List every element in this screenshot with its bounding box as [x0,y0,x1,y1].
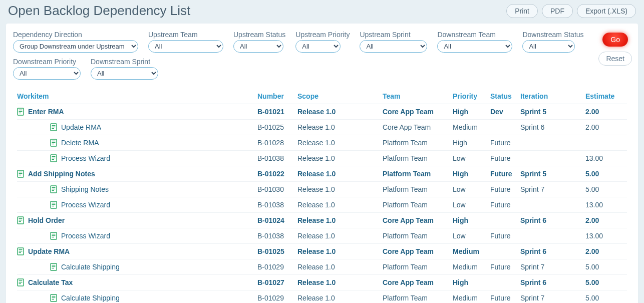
workitem-link[interactable]: Update RMA [28,247,70,255]
filter-upstream_sprint: Upstream SprintAll [360,31,427,53]
workitem-icon [50,123,57,131]
filter-select-upstream_sprint[interactable]: All [360,40,427,53]
cell-scope: Release 1.0 [297,201,383,209]
cell-estimate: 5.00 [585,278,620,286]
col-team[interactable]: Team [383,92,453,100]
cell-number: B-01024 [257,216,297,224]
cell-status: Future [490,201,520,209]
table-row: Calculate ShippingB-01029Release 1.0Plat… [17,259,627,275]
cell-number: B-01022 [257,170,297,178]
col-estimate[interactable]: Estimate [585,92,620,100]
workitem-link[interactable]: Shipping Notes [61,185,109,193]
workitem-link[interactable]: Add Shipping Notes [28,170,95,178]
filter-label: Upstream Priority [295,31,350,39]
cell-estimate: 2.00 [585,247,620,255]
workitem-icon [17,247,24,255]
filter-select-downstream_sprint[interactable]: All [91,67,158,80]
filter-select-downstream_team[interactable]: All [437,40,512,53]
cell-scope: Release 1.0 [297,247,383,255]
results-grid: Workitem Number Scope Team Priority Stat… [13,89,631,303]
col-number[interactable]: Number [257,92,297,100]
filter-select-upstream_team[interactable]: All [148,40,223,53]
cell-workitem: Add Shipping Notes [17,170,257,178]
cell-priority: High [453,108,490,116]
filter-label: Downstream Team [437,31,512,39]
cell-team: Platform Team [383,185,453,193]
filter-select-upstream_priority[interactable]: All [295,40,341,53]
workitem-link[interactable]: Calculate Shipping [61,294,120,302]
cell-number: B-01029 [257,294,297,302]
workitem-link[interactable]: Update RMA [61,123,101,131]
cell-estimate: 2.00 [585,123,620,131]
col-priority[interactable]: Priority [453,92,490,100]
cell-team: Platform Team [383,263,453,271]
cell-team: Core App Team [383,123,453,131]
table-row: Update RMAB-01025Release 1.0Core App Tea… [17,120,627,135]
grid-header: Workitem Number Scope Team Priority Stat… [17,89,627,104]
workitem-icon [50,263,57,271]
filter-upstream_priority: Upstream PriorityAll [295,31,350,53]
cell-status: Future [490,139,520,147]
cell-team: Platform Team [383,232,453,240]
cell-workitem: Update RMA [17,123,257,131]
export-xls-button[interactable]: Export (.XLS) [577,4,636,18]
col-scope[interactable]: Scope [297,92,383,100]
filter-downstream_sprint: Downstream SprintAll [91,58,158,80]
table-row: Delete RMAB-01028Release 1.0Platform Tea… [17,135,627,151]
filter-select-downstream_priority[interactable]: All [13,67,81,80]
cell-status: Future [490,232,520,240]
cell-number: B-01038 [257,232,297,240]
table-row: Enter RMAB-01021Release 1.0Core App Team… [17,104,627,120]
col-workitem[interactable]: Workitem [17,92,257,100]
cell-workitem: Calculate Tax [17,278,257,286]
workitem-link[interactable]: Process Wizard [61,154,110,162]
workitem-link[interactable]: Calculate Shipping [61,263,120,271]
cell-number: B-01038 [257,154,297,162]
cell-workitem: Shipping Notes [17,185,257,193]
filter-select-dependency_direction[interactable]: Group Downstream under Upstream [13,40,138,53]
workitem-icon [17,170,24,178]
table-row: Process WizardB-01038Release 1.0Platform… [17,228,627,244]
cell-workitem: Process Wizard [17,232,257,240]
workitem-link[interactable]: Delete RMA [61,139,99,147]
cell-number: B-01025 [257,123,297,131]
cell-workitem: Enter RMA [17,108,257,116]
cell-priority: Low [453,154,490,162]
col-status[interactable]: Status [490,92,520,100]
cell-team: Platform Team [383,139,453,147]
cell-team: Core App Team [383,108,453,116]
pdf-button[interactable]: PDF [542,4,573,18]
go-button[interactable]: Go [602,33,628,47]
table-row: Calculate TaxB-01027Release 1.0Core App … [17,275,627,290]
workitem-link[interactable]: Calculate Tax [28,278,73,286]
filter-select-upstream_status[interactable]: All [233,40,283,53]
table-row: Process WizardB-01038Release 1.0Platform… [17,197,627,213]
cell-workitem: Process Wizard [17,154,257,162]
workitem-icon [17,278,24,286]
filter-select-downstream_status[interactable]: All [522,40,575,53]
cell-scope: Release 1.0 [297,108,383,116]
cell-scope: Release 1.0 [297,170,383,178]
filter-downstream_team: Downstream TeamAll [437,31,512,53]
filter-label: Downstream Sprint [91,58,158,66]
cell-priority: Medium [453,247,490,255]
cell-estimate: 5.00 [585,263,620,271]
table-row: Shipping NotesB-01030Release 1.0Platform… [17,182,627,197]
page-title: Open Backlog Dependency List [8,3,190,19]
workitem-link[interactable]: Enter RMA [28,108,64,116]
cell-scope: Release 1.0 [297,278,383,286]
cell-estimate: 2.00 [585,108,620,116]
workitem-icon [50,154,57,162]
cell-team: Platform Team [383,170,453,178]
workitem-link[interactable]: Process Wizard [61,232,110,240]
workitem-link[interactable]: Hold Order [28,216,65,224]
filter-actions: Go Reset [598,33,632,66]
workitem-link[interactable]: Process Wizard [61,201,110,209]
cell-workitem: Update RMA [17,247,257,255]
col-iteration[interactable]: Iteration [520,92,585,100]
reset-button[interactable]: Reset [598,52,632,66]
cell-number: B-01028 [257,139,297,147]
print-button[interactable]: Print [506,4,538,18]
table-row: Update RMAB-01025Release 1.0Core App Tea… [17,244,627,259]
cell-team: Core App Team [383,278,453,286]
